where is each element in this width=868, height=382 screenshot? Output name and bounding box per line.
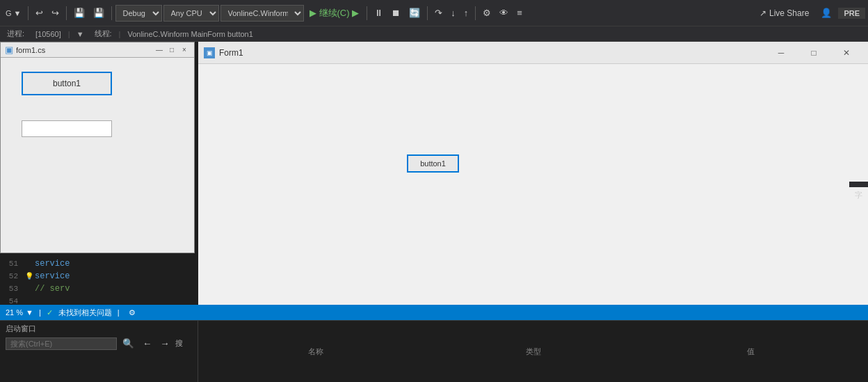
status-filter-button[interactable]: ⚙ (125, 306, 139, 319)
bottom-search-button[interactable]: 🔍 (120, 337, 137, 350)
bottom-content: 启动窗口 🔍 ← → 搜 名称 类型 值 (0, 321, 868, 382)
column-value-label: 值 (645, 347, 857, 357)
bottom-nav-forward-button[interactable]: → (157, 337, 172, 350)
locals-button[interactable]: ≡ (513, 6, 526, 20)
code-content-51: service (35, 259, 70, 269)
toolbar-sep-3 (111, 6, 112, 20)
designer-title-left: ▣ form1.cs (5, 45, 45, 55)
pre-badge: PRE (838, 8, 865, 19)
zoom-arrow: ▼ (26, 308, 33, 317)
bottom-search-input[interactable] (6, 337, 117, 350)
check-icon: ✓ (47, 308, 53, 317)
stop-button[interactable]: ⏹ (388, 6, 404, 20)
toolbar-left-group: G ▼ ↩ ↪ 💾 💾 Debug Any CPU VonlineC.Winfo… (3, 5, 526, 22)
winform-window: ▣ Form1 ─ □ ✕ button1 (198, 42, 868, 305)
process-label: 进程: (3, 29, 29, 39)
bottom-search-row: 🔍 ← → 搜 (6, 337, 192, 350)
g-menu-button[interactable]: G ▼ (3, 8, 24, 19)
winform-button1-label: button1 (420, 159, 446, 168)
winform-title-left: ▣ Form1 (204, 47, 243, 58)
column-name-label: 名称 (209, 347, 421, 357)
statusbar: 21 % ▼ | ✓ 未找到相关问题 | ⚙ (0, 305, 868, 320)
status-sep2: | (118, 308, 120, 317)
designer-form-icon: ▣ (5, 45, 13, 55)
continue-button[interactable]: ▶ 继续(C) ▶ (305, 6, 364, 21)
toolbar-sep-2 (66, 6, 67, 20)
right-panel: ▣ Form1 ─ □ ✕ button1 (198, 42, 868, 305)
designer-minimize-button[interactable]: — (154, 45, 165, 56)
restart-button[interactable]: 🔄 (405, 6, 424, 20)
designer-close-button[interactable]: × (179, 45, 190, 56)
play-icon: ▶ (310, 8, 316, 18)
designer-textbox[interactable] (22, 120, 112, 137)
winform-body: button1 字 (198, 64, 868, 305)
line-num-53: 53 (1, 285, 24, 293)
code-line-52: 52 💡 service (0, 270, 198, 282)
line-num-54: 54 (1, 297, 24, 305)
designer-window-controls: — □ × (154, 45, 190, 56)
code-line-54: 54 (0, 295, 198, 305)
winform-minimize-button[interactable]: ─ (765, 42, 797, 64)
code-editor: 51 service 52 💡 service 53 // serv (0, 257, 198, 305)
editor-area: ▣ form1.cs — □ × button1 (0, 42, 868, 305)
designer-button1-label: button1 (53, 79, 81, 88)
bottom-left-title: 启动窗口 (6, 324, 192, 334)
status-separator: | (39, 308, 41, 317)
designer-titlebar: ▣ form1.cs — □ × (1, 42, 194, 58)
save-button[interactable]: 💾 (70, 6, 88, 20)
live-share-button[interactable]: ↗ Live Share (754, 7, 814, 19)
line-num-51: 51 (1, 260, 24, 268)
toolbar-sep-6 (475, 6, 476, 20)
step-out-button[interactable]: ↑ (460, 6, 472, 20)
continue-label: 继续(C) ▶ (319, 7, 360, 19)
pause-button[interactable]: ⏸ (371, 6, 387, 20)
bottom-nav-back-button[interactable]: ← (140, 337, 154, 350)
right-annotation: 字 (849, 182, 868, 187)
main-toolbar: G ▼ ↩ ↪ 💾 💾 Debug Any CPU VonlineC.Winfo… (0, 0, 868, 26)
left-panel: ▣ form1.cs — □ × button1 (0, 42, 198, 305)
line-num-52: 52 (1, 272, 24, 280)
step-over-button[interactable]: ↷ (431, 6, 446, 20)
bottom-right-panel: 名称 类型 值 (198, 321, 868, 382)
winform-maximize-button[interactable]: □ (798, 42, 830, 64)
winform-title-icon: ▣ (204, 47, 215, 58)
code-line-53: 53 // serv (0, 282, 198, 295)
winform-app-icon: ▣ (207, 49, 213, 56)
toolbar-sep-1 (28, 6, 29, 20)
bottom-panel: 启动窗口 🔍 ← → 搜 名称 类型 值 (0, 320, 868, 382)
designer-button1[interactable]: button1 (22, 72, 112, 95)
redo-button[interactable]: ↪ (48, 6, 63, 20)
debug-dropdown[interactable]: Debug (115, 5, 162, 22)
line-indicator-52: 💡 (24, 272, 35, 280)
undo-button[interactable]: ↩ (32, 6, 47, 20)
debug-location-bar: 进程: [10560] | ▼ 线程: | VonlineC.Winform M… (0, 26, 868, 42)
status-text: 未找到相关问题 (58, 308, 112, 318)
column-type-label: 类型 (427, 347, 639, 357)
winform-titlebar: ▣ Form1 ─ □ ✕ (198, 42, 868, 64)
winform-close-button[interactable]: ✕ (830, 42, 862, 64)
step-into-button[interactable]: ↓ (447, 6, 459, 20)
designer-title-text: form1.cs (16, 46, 45, 54)
winform-button1[interactable]: button1 (407, 154, 459, 173)
filter-button[interactable]: ▼ (73, 28, 88, 40)
thread-label: 线程: (90, 29, 116, 39)
toolbar2-sep: | (68, 30, 70, 38)
breakpoints-button[interactable]: ⚙ (479, 6, 495, 20)
cpu-dropdown[interactable]: Any CPU (163, 5, 219, 22)
location-label: VonlineC.Winform MainForm button1 (123, 30, 257, 38)
winform-controls: ─ □ ✕ (765, 42, 862, 64)
designer-maximize-button[interactable]: □ (166, 45, 177, 56)
save-all-button[interactable]: 💾 (90, 6, 108, 20)
toolbar-sep-5 (427, 6, 428, 20)
filter-icon: ⚙ (129, 308, 136, 317)
zoom-indicator: 21 % ▼ (6, 308, 33, 317)
bottom-section-label: 搜 (175, 338, 183, 349)
account-button[interactable]: 👤 (817, 6, 835, 20)
code-line-51: 51 service (0, 257, 198, 270)
live-share-icon: ↗ (760, 8, 766, 18)
bulb-icon: 💡 (25, 272, 33, 280)
project-dropdown[interactable]: VonlineC.Winform (220, 5, 304, 22)
winform-title-text: Form1 (219, 48, 243, 58)
watch-button[interactable]: 👁 (496, 6, 512, 20)
designer-body: button1 (1, 58, 194, 253)
